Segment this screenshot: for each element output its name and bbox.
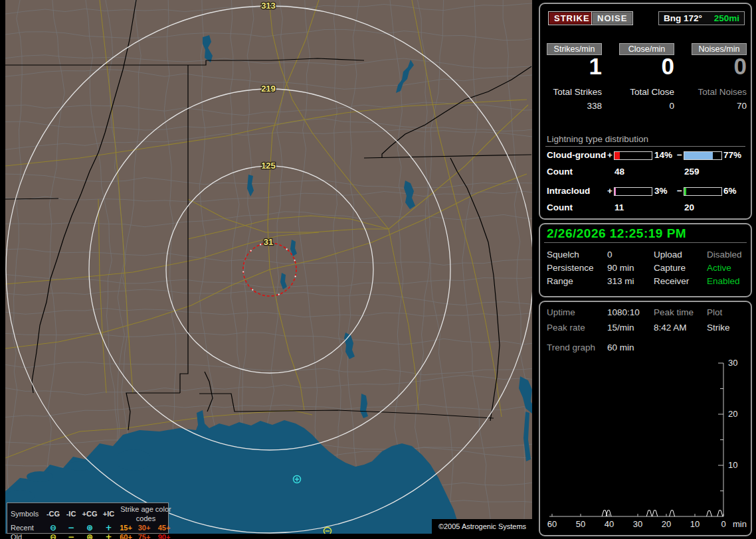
svg-text:50: 50 [576, 519, 585, 529]
svg-text:min: min [733, 519, 747, 529]
bearing-range-display: Bng 172° 250mi [658, 11, 745, 25]
svg-text:219: 219 [261, 84, 276, 94]
svg-text:20: 20 [662, 519, 671, 529]
ic-minus-count: 20 [684, 202, 694, 212]
minus-sign: − [677, 150, 682, 160]
age-60: 60+ [118, 532, 134, 539]
legend-age-header: Strike age color codes [118, 504, 174, 523]
count-label: Count [547, 202, 573, 212]
svg-text:30: 30 [633, 519, 642, 529]
age-90: 90+ [154, 532, 174, 539]
trend-peaks [602, 510, 723, 516]
total-close-label: Total Close [630, 87, 674, 97]
capture-label: Capture [654, 263, 686, 273]
cg-minus-count: 259 [684, 167, 700, 177]
map-legend: Symbols -CG -IC +CG +IC Strike age color… [7, 502, 169, 534]
legend-row-old: Old ⊖ − ⊕ + 60+ 75+ 90+ [11, 532, 168, 539]
cg-plus-count: 48 [614, 167, 624, 177]
legend-symbols-label: Symbols [11, 509, 44, 518]
minus-sign: − [677, 186, 682, 196]
app-window: 31321912531 Symbols -CG -IC +CG +IC Stri… [0, 0, 756, 539]
capture-status: Active [707, 263, 731, 273]
cg-plus-pct: 14% [654, 150, 672, 160]
plus-cg-old-icon: ⊕ [80, 532, 100, 539]
svg-text:30: 30 [728, 358, 737, 368]
lightning-map[interactable]: 31321912531 Symbols -CG -IC +CG +IC Stri… [5, 0, 532, 534]
ic-plus-count: 11 [614, 202, 624, 212]
plot-value: Strike [707, 323, 730, 333]
receiver-status: Enabled [707, 276, 740, 286]
strike-button[interactable]: STRIKE [548, 11, 596, 25]
persistence-value: 90 min [607, 263, 634, 273]
trend-axes [549, 363, 723, 516]
range-value: 250mi [714, 13, 739, 23]
peak-rate-value: 15/min [607, 323, 634, 333]
cloud-ground-label: Cloud-ground [547, 150, 606, 160]
svg-text:125: 125 [261, 161, 276, 171]
close-per-min-value: 0 [662, 54, 674, 78]
legend-col-nic: -IC [62, 509, 80, 518]
age-45: 45+ [154, 523, 174, 532]
panel-activity: Uptime 1080:10 Peak time Plot Peak rate … [539, 301, 752, 536]
age-30: 30+ [134, 523, 154, 532]
total-close-value: 0 [669, 101, 674, 111]
cg-minus-bar [684, 151, 722, 160]
upload-label: Upload [654, 250, 682, 260]
upload-status: Disabled [707, 250, 742, 260]
minus-cg-icon: ⊖ [44, 523, 62, 532]
legend-col-pic: +IC [100, 509, 118, 518]
legend-row-recent: Recent ⊖ − ⊕ + 15+ 30+ 45+ [11, 523, 168, 532]
trend-axis-labels: 1020306050403020100min [547, 358, 747, 529]
trend-graph-label: Trend graph [547, 343, 595, 352]
age-15: 15+ [118, 523, 134, 532]
plus-cg-icon: ⊕ [80, 523, 100, 532]
plus-sign: + [607, 186, 613, 196]
persistence-label: Persistence [547, 263, 594, 273]
total-strikes-label: Total Strikes [553, 87, 602, 97]
trend-graph: 1020306050403020100min [544, 354, 750, 536]
bearing-value: Bng 172° [664, 13, 702, 23]
cloud-ground-row: Cloud-ground + 14% − 77% [540, 150, 751, 161]
distribution-title: Lightning type distribution [547, 134, 648, 144]
cg-plus-bar [614, 151, 652, 160]
panel-status: 2/26/2026 12:25:19 PM Squelch 0 Upload D… [539, 223, 752, 297]
strikes-column: Strikes/min 1 Total Strikes 338 [547, 43, 602, 116]
svg-text:31: 31 [264, 237, 273, 247]
peak-time-value: 8:42 AM [654, 323, 687, 333]
legend-col-ncg: -CG [44, 509, 62, 518]
svg-text:10: 10 [728, 460, 737, 470]
strikes-per-min-value: 1 [589, 54, 602, 78]
range-setting-value: 313 mi [607, 276, 634, 286]
plot-label: Plot [707, 307, 722, 317]
datetime-display: 2/26/2026 12:25:19 PM [547, 226, 686, 241]
squelch-label: Squelch [547, 250, 579, 260]
minus-ic-old-icon: − [62, 532, 80, 539]
uptime-value: 1080:10 [607, 307, 640, 317]
intracloud-row: Intracloud + 3% − 6% [540, 186, 751, 196]
noises-per-min-value: 0 [734, 54, 747, 78]
cg-minus-pct: 77% [723, 150, 741, 160]
svg-text:0: 0 [721, 519, 725, 529]
minus-cg-old-icon: ⊖ [44, 532, 62, 539]
legend-old-label: Old [11, 532, 44, 539]
plus-sign: + [607, 150, 613, 160]
peak-rate-label: Peak rate [547, 323, 585, 333]
noise-button[interactable]: NOISE [591, 11, 633, 25]
copyright-text: ©2005 Astrogenic Systems [432, 519, 533, 534]
age-75: 75+ [134, 532, 154, 539]
map-canvas[interactable]: 31321912531 [5, 0, 532, 534]
ic-minus-bar [684, 187, 722, 196]
ic-minus-pct: 6% [723, 186, 737, 196]
plus-ic-icon: + [100, 523, 118, 532]
intracloud-label: Intracloud [547, 186, 590, 196]
trend-window-value: 60 min [607, 343, 634, 352]
squelch-value: 0 [607, 250, 613, 260]
count-label: Count [547, 167, 573, 177]
divider [545, 146, 745, 147]
noises-column: Noises/min 0 Total Noises 70 [692, 43, 747, 116]
divider [544, 242, 747, 243]
svg-text:10: 10 [690, 519, 700, 529]
minus-ic-icon: − [62, 523, 80, 532]
total-noises-value: 70 [737, 101, 747, 111]
panel-counters: STRIKE NOISE Bng 172° 250mi Strikes/min … [539, 3, 752, 220]
